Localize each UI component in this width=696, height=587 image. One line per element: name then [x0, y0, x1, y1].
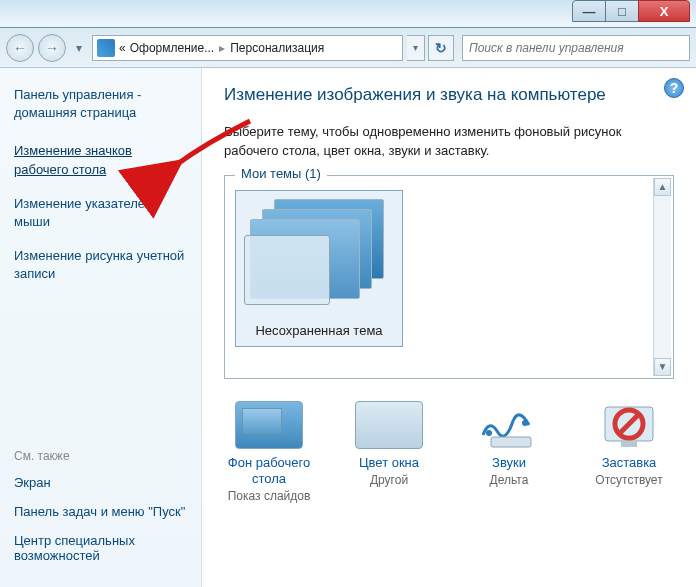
sidebar-link-desktop-icons[interactable]: Изменение значков рабочего стола	[14, 142, 187, 178]
personalization-options-row: Фон рабочего стола Показ слайдов Цвет ок…	[224, 401, 674, 504]
navbar: ← → ▾ « Оформление... ▸ Персонализация ▾…	[0, 28, 696, 68]
scroll-down-icon[interactable]: ▼	[654, 358, 671, 376]
page-title: Изменение изображения и звука на компьют…	[224, 84, 674, 107]
window-color-icon	[355, 401, 423, 449]
option-sounds-title[interactable]: Звуки	[464, 455, 554, 471]
close-button[interactable]: X	[638, 0, 690, 22]
control-panel-home-link[interactable]: Панель управления - домашняя страница	[14, 86, 187, 122]
option-wallpaper-title[interactable]: Фон рабочего стола	[224, 455, 314, 488]
theme-label: Несохраненная тема	[240, 319, 398, 342]
theme-thumbnail	[240, 195, 400, 313]
scroll-up-icon[interactable]: ▲	[654, 178, 671, 196]
refresh-button[interactable]: ↻	[428, 35, 454, 61]
my-themes-group: Мои темы (1) Несохраненная тема ▲ ▼	[224, 175, 674, 379]
option-wallpaper-sub: Показ слайдов	[224, 489, 314, 503]
history-dropdown[interactable]: ▾	[70, 36, 88, 60]
svg-rect-4	[621, 441, 637, 447]
option-screensaver[interactable]: Заставка Отсутствует	[584, 401, 674, 504]
search-input[interactable]	[469, 41, 683, 55]
option-color-sub: Другой	[344, 473, 434, 487]
option-sounds[interactable]: Звуки Дельта	[464, 401, 554, 504]
breadcrumb-2[interactable]: Персонализация	[230, 41, 324, 55]
sidebar-link-account-picture[interactable]: Изменение рисунка учетной записи	[14, 247, 187, 283]
themes-scrollbar[interactable]: ▲ ▼	[653, 178, 671, 376]
option-screensaver-title[interactable]: Заставка	[584, 455, 674, 471]
see-also-label: См. также	[14, 449, 187, 463]
svg-point-1	[522, 420, 528, 426]
option-screensaver-sub: Отсутствует	[584, 473, 674, 487]
see-also-display[interactable]: Экран	[14, 475, 187, 490]
control-panel-icon	[97, 39, 115, 57]
minimize-button[interactable]: —	[572, 0, 606, 22]
sidebar: Панель управления - домашняя страница Из…	[0, 68, 202, 587]
breadcrumb-1[interactable]: Оформление...	[130, 41, 215, 55]
breadcrumb-prefix: «	[119, 41, 126, 55]
svg-point-0	[486, 430, 492, 436]
address-bar[interactable]: « Оформление... ▸ Персонализация	[92, 35, 403, 61]
back-button[interactable]: ←	[6, 34, 34, 62]
svg-rect-2	[491, 437, 531, 447]
sidebar-link-mouse-pointers[interactable]: Изменение указателей мыши	[14, 195, 187, 231]
option-color[interactable]: Цвет окна Другой	[344, 401, 434, 504]
titlebar: — □ X	[0, 0, 696, 28]
see-also-taskbar[interactable]: Панель задач и меню "Пуск"	[14, 504, 187, 519]
forward-button[interactable]: →	[38, 34, 66, 62]
wallpaper-icon	[235, 401, 303, 449]
address-dropdown[interactable]: ▾	[407, 35, 425, 61]
option-wallpaper[interactable]: Фон рабочего стола Показ слайдов	[224, 401, 314, 504]
search-box[interactable]	[462, 35, 690, 61]
sounds-icon	[475, 401, 543, 449]
maximize-button[interactable]: □	[605, 0, 639, 22]
see-also-ease-of-access[interactable]: Центр специальных возможностей	[14, 533, 187, 563]
my-themes-legend: Мои темы (1)	[235, 166, 327, 181]
option-sounds-sub: Дельта	[464, 473, 554, 487]
help-icon[interactable]: ?	[664, 78, 684, 98]
window-controls: — □ X	[573, 0, 690, 22]
option-color-title[interactable]: Цвет окна	[344, 455, 434, 471]
page-description: Выберите тему, чтобы одновременно измени…	[224, 123, 674, 161]
chevron-right-icon: ▸	[214, 41, 230, 55]
screensaver-icon	[595, 401, 663, 449]
theme-item-unsaved[interactable]: Несохраненная тема	[235, 190, 403, 347]
content-area: ? Изменение изображения и звука на компь…	[202, 68, 696, 587]
